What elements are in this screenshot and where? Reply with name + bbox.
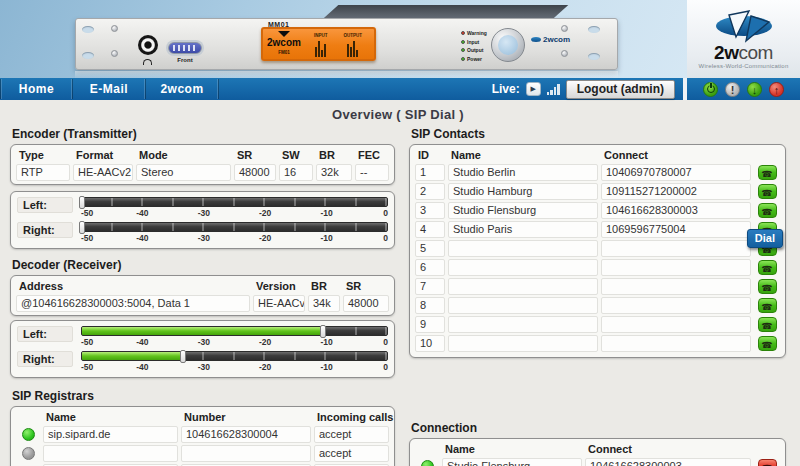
dial-button[interactable] xyxy=(758,260,777,275)
contact-id-cell: 9 xyxy=(415,316,445,333)
decoder-version-cell: HE-AACv2 xyxy=(253,295,305,312)
contact-id-cell: 8 xyxy=(415,297,445,314)
lcd-brand: 2wcom FM01 xyxy=(267,31,301,58)
contact-connect-cell xyxy=(601,278,751,295)
live-signal-icon[interactable] xyxy=(547,84,560,95)
logout-button[interactable]: Logout (admin) xyxy=(566,80,675,99)
left-column: Encoder (Transmitter) Type Format Mode S… xyxy=(10,127,395,466)
device-banner: MM01 Front 2wcom FM01 INPUT OUTPUT xyxy=(0,0,800,78)
arrow-up-icon xyxy=(774,80,780,98)
nav-right-buttons xyxy=(687,78,800,100)
encoder-left-level-meter xyxy=(81,197,388,207)
connection-title: Connection xyxy=(411,421,786,435)
device-led-output: Output xyxy=(461,47,487,53)
live-label: Live: xyxy=(492,82,520,96)
encoder-table: Type Format Mode SR SW BR FEC RTP HE-AAC… xyxy=(10,144,395,185)
contact-id-cell: 3 xyxy=(415,202,445,219)
decoder-data-row: @104616628300003:5004, Data 1 HE-AACv2 3… xyxy=(14,295,391,312)
dial-button[interactable] xyxy=(758,279,777,294)
right-column: SIP Contacts ID Name Connect 1 Studio Be… xyxy=(409,127,786,466)
contacts-table: ID Name Connect 1 Studio Berlin 10406970… xyxy=(409,144,786,358)
registrar-number-cell: 104616628300004 xyxy=(181,426,311,443)
encoder-sr-cell: 48000 xyxy=(234,164,276,181)
navbar: Home E-Mail 2wcom Live: Logout (admin) xyxy=(0,78,800,100)
contact-row: 6 xyxy=(413,259,782,276)
phone-icon xyxy=(761,459,772,466)
device-led-power: Power xyxy=(461,56,487,62)
contact-id-cell: 6 xyxy=(415,259,445,276)
encoder-right-meter-row: Right: -50-40 -30-20 -100 xyxy=(14,220,391,245)
encoder-left-meter-row: Left: -50-40 -30-20 -100 xyxy=(14,195,391,220)
dial-button[interactable] xyxy=(758,203,777,218)
screw xyxy=(561,25,568,32)
encoder-header-row: Type Format Mode SR SW BR FEC xyxy=(14,148,391,162)
registrars-title: SIP Registrars xyxy=(12,389,395,403)
page-title: Overview ( SIP Dial ) xyxy=(10,107,786,122)
dial-button[interactable] xyxy=(758,336,777,351)
front-connector-label: Front xyxy=(168,57,202,63)
connection-table: Name Connect Studio Flensburg 1046166283… xyxy=(409,438,786,466)
meter-fill xyxy=(82,327,323,335)
contact-connect-cell xyxy=(601,259,751,276)
main-content: Overview ( SIP Dial ) Encoder (Transmitt… xyxy=(0,100,800,466)
rack-hole xyxy=(588,53,600,60)
registrars-header-row: Name Number Incoming calls xyxy=(14,410,391,424)
contact-row: 9 xyxy=(413,316,782,333)
encoder-format-cell: HE-AACv2 xyxy=(73,164,133,181)
dial-button[interactable] xyxy=(758,298,777,313)
input-led-icon xyxy=(461,40,465,44)
headphone-jack xyxy=(138,35,158,55)
dial-button[interactable] xyxy=(758,317,777,332)
encoder-fec-cell: -- xyxy=(355,164,389,181)
brand-name: 2wcom xyxy=(714,44,773,61)
hangup-button[interactable] xyxy=(758,459,777,466)
download-button[interactable] xyxy=(747,82,762,97)
device-logo-mark xyxy=(531,37,541,42)
contact-name-cell xyxy=(448,335,598,352)
live-play-icon[interactable] xyxy=(526,82,541,96)
exclamation-icon xyxy=(731,80,735,98)
decoder-table: Address Version BR SR @104616628300003:5… xyxy=(10,275,395,316)
dial-button[interactable] xyxy=(758,184,777,199)
contact-row: 2 Studio Hamburg 109115271200002 xyxy=(413,183,782,200)
decoder-header-row: Address Version BR SR xyxy=(14,279,391,293)
encoder-data-row: RTP HE-AACv2 Stereo 48000 16 32k -- xyxy=(14,164,391,181)
dial-button[interactable] xyxy=(758,165,777,180)
device-reflection xyxy=(75,71,618,78)
arrow-down-icon xyxy=(752,80,758,98)
nav-tab-home[interactable]: Home xyxy=(0,79,73,99)
registrar-name-cell: sip.sipard.de xyxy=(43,426,178,443)
registrar-incoming-cell: accept xyxy=(314,426,389,443)
col-header: Name xyxy=(442,442,582,456)
contact-row: 1 Studio Berlin 10406970780007 xyxy=(413,164,782,181)
nav-left: Home E-Mail 2wcom Live: Logout (admin) xyxy=(0,78,683,100)
phone-icon xyxy=(761,279,772,294)
right-meter-label: Right: xyxy=(17,222,73,238)
device-logo: 2wcom xyxy=(531,35,570,44)
encoder-br-cell: 32k xyxy=(316,164,352,181)
encoder-meters-panel: Left: -50-40 -30-20 -100 xyxy=(10,191,395,249)
warning-led-icon xyxy=(461,31,465,35)
nav-tab-2wcom[interactable]: 2wcom xyxy=(146,79,219,99)
phone-icon xyxy=(761,317,772,332)
phone-icon xyxy=(761,336,772,351)
nav-tab-email[interactable]: E-Mail xyxy=(73,79,146,99)
upload-button[interactable] xyxy=(769,82,784,97)
connection-status-led xyxy=(421,460,434,466)
encoder-type-cell: RTP xyxy=(16,164,70,181)
col-header: Mode xyxy=(136,148,231,162)
alarm-button[interactable] xyxy=(725,82,740,97)
contact-name-cell: Studio Flensburg xyxy=(448,202,598,219)
meter-scale: -50-40 -30-20 -100 xyxy=(81,208,388,218)
power-led-icon xyxy=(461,57,465,61)
power-button[interactable] xyxy=(703,82,718,97)
registrars-table: Name Number Incoming calls sip.sipard.de… xyxy=(10,406,395,466)
meter-fill xyxy=(82,352,183,360)
contact-connect-cell xyxy=(601,335,751,352)
phone-icon xyxy=(761,203,772,218)
contact-id-cell: 2 xyxy=(415,183,445,200)
contact-connect-cell: 1069596775004 xyxy=(601,221,751,238)
contact-name-cell xyxy=(448,297,598,314)
2wcom-logo-icon xyxy=(705,10,783,44)
decoder-sr-cell: 48000 xyxy=(343,295,389,312)
